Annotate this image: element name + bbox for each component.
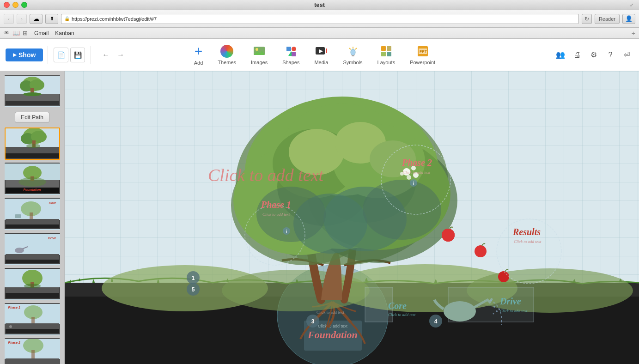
sidebar-slide-item-4[interactable]: 4 Drive (5, 233, 60, 265)
svg-text:Click to add text: Click to add text (500, 309, 528, 313)
svg-point-29 (23, 92, 42, 96)
svg-text:Results: Results (512, 227, 541, 237)
toolbar-nav-buttons: ← → (99, 49, 127, 61)
sidebar-slide-item-6[interactable]: 6 Phase 1 (5, 303, 60, 335)
sidebar-slide-item-5[interactable]: 5 (5, 268, 60, 300)
window-controls[interactable] (4, 2, 27, 8)
slide-2-label: Foundation (23, 188, 41, 191)
slide-6-label: Phase 1 (8, 306, 20, 309)
bookmark-gmail[interactable]: Gmail (34, 30, 49, 36)
svg-text:4: 4 (434, 318, 438, 325)
svg-point-1 (256, 48, 258, 51)
svg-point-107 (475, 245, 487, 257)
maximize-button[interactable] (21, 2, 27, 8)
refresh-button[interactable]: ↻ (582, 14, 592, 24)
browser-bar: ‹ › ☁ ⬆ 🔒 https://prezi.com/nhblwt7edsgj… (0, 10, 639, 28)
slide-thumbnail-4[interactable]: 4 Drive (5, 233, 60, 265)
svg-text:Phase 1: Phase 1 (261, 200, 291, 210)
svg-rect-48 (30, 212, 33, 219)
reader-button[interactable]: Reader (595, 14, 620, 24)
undo-button[interactable]: ← (99, 49, 112, 61)
lock-icon: 🔒 (64, 16, 70, 21)
add-bookmark-button[interactable]: + (632, 30, 635, 37)
tool-symbols-label: Symbols (343, 60, 362, 65)
help-button[interactable]: ? (604, 49, 617, 61)
tool-symbols[interactable]: Symbols (335, 45, 370, 65)
tool-layouts-label: Layouts (377, 60, 396, 65)
media-icon (315, 45, 328, 58)
sidebar-slide-item-2[interactable]: 2 Foundation (5, 163, 60, 195)
svg-rect-17 (381, 52, 386, 56)
toolbar-right: 👥 🖨 ⚙ ? ⏎ (554, 49, 633, 61)
svg-rect-15 (381, 46, 386, 51)
forward-button[interactable]: › (17, 14, 27, 24)
sidebar-slide-item-3[interactable]: 3 Core (5, 198, 60, 230)
toolbar-separator-1 (48, 46, 48, 64)
show-button[interactable]: Show (6, 49, 43, 61)
svg-rect-18 (387, 52, 391, 56)
slide-7-label: Phase 2 (8, 341, 20, 344)
tool-add-label: Add (194, 60, 203, 66)
svg-point-115 (493, 306, 495, 308)
svg-point-116 (496, 310, 498, 312)
svg-text:Drive: Drive (499, 296, 521, 306)
bookmark-kanban[interactable]: Kanban (55, 30, 74, 36)
slide-3-label: Core (49, 201, 56, 205)
symbols-icon (347, 45, 359, 58)
url-bar[interactable]: 🔒 https://prezi.com/nhblwt7edsgj/edit/#7 (61, 14, 579, 24)
svg-line-12 (349, 48, 351, 49)
svg-text:Foundation: Foundation (307, 329, 358, 340)
redo-button[interactable]: → (114, 49, 127, 61)
settings-button[interactable]: ⚙ (587, 49, 600, 61)
slide-thumbnail-7[interactable]: Phase 2 (5, 338, 60, 364)
title-bar: test ⤢ (0, 0, 639, 10)
sidebar-slide-item-active[interactable]: 1 (5, 127, 60, 160)
svg-rect-16 (387, 46, 391, 51)
svg-rect-9 (326, 49, 327, 53)
powerpoint-icon: PPT (416, 45, 429, 58)
slide-thumbnail-2[interactable]: 2 Foundation (5, 163, 60, 195)
logout-button[interactable]: ⏎ (621, 49, 633, 61)
images-icon (253, 45, 266, 58)
new-file-button[interactable]: 📄 (54, 48, 68, 62)
tool-media[interactable]: Media (307, 45, 335, 65)
sidebar-slide-item-7[interactable]: Phase 2 (5, 338, 60, 364)
slide-thumbnail-3[interactable]: 3 Core (5, 198, 60, 230)
slide-thumbnail-preview[interactable] (5, 75, 60, 107)
slide-6-dot (9, 325, 12, 328)
profile-button[interactable]: 👤 (622, 14, 635, 24)
bookmarks-bar: 👁 📖 ⊞ Gmail Kanban + (0, 28, 639, 39)
toolbar-separator-2 (91, 46, 91, 64)
tool-powerpoint[interactable]: PPT Powerpoint (402, 45, 443, 65)
svg-rect-3 (286, 47, 291, 51)
slide-thumbnail-5[interactable]: 5 (5, 268, 60, 300)
svg-rect-24 (6, 101, 59, 105)
title-bar-right: ⤢ (628, 1, 635, 9)
cloud-button[interactable]: ☁ (30, 14, 43, 24)
slide-thumbnail-1[interactable]: 1 (5, 127, 60, 160)
tool-images[interactable]: Images (243, 45, 275, 65)
print-button[interactable]: 🖨 (571, 49, 584, 61)
svg-rect-67 (6, 358, 59, 364)
share-button[interactable]: ⬆ (45, 14, 58, 24)
tool-themes[interactable]: Themes (210, 45, 243, 65)
back-button[interactable]: ‹ (4, 14, 14, 24)
canvas-area[interactable]: Foundation Click to add text (65, 71, 639, 364)
minimize-button[interactable] (12, 2, 18, 8)
svg-rect-49 (15, 214, 21, 218)
svg-text:Click to add text: Click to add text (316, 310, 344, 315)
close-button[interactable] (4, 2, 10, 8)
tool-shapes[interactable]: Shapes (275, 45, 307, 65)
tool-add[interactable]: + Add (187, 44, 211, 66)
svg-point-114 (444, 301, 476, 322)
tool-items: + Add Themes Images Shapes (187, 44, 443, 66)
toolbar: Show 📄 💾 ← → + Add Themes Images (0, 39, 639, 71)
collaborate-button[interactable]: 👥 (554, 49, 567, 61)
svg-rect-70 (31, 350, 35, 358)
svg-rect-32 (6, 153, 59, 158)
slide-thumbnail-6[interactable]: 6 Phase 1 (5, 303, 60, 335)
tool-layouts[interactable]: Layouts (370, 45, 403, 65)
main-layout: Edit Path 1 2 (0, 71, 639, 364)
edit-path-button[interactable]: Edit Path (15, 112, 49, 123)
save-button[interactable]: 💾 (70, 48, 85, 62)
